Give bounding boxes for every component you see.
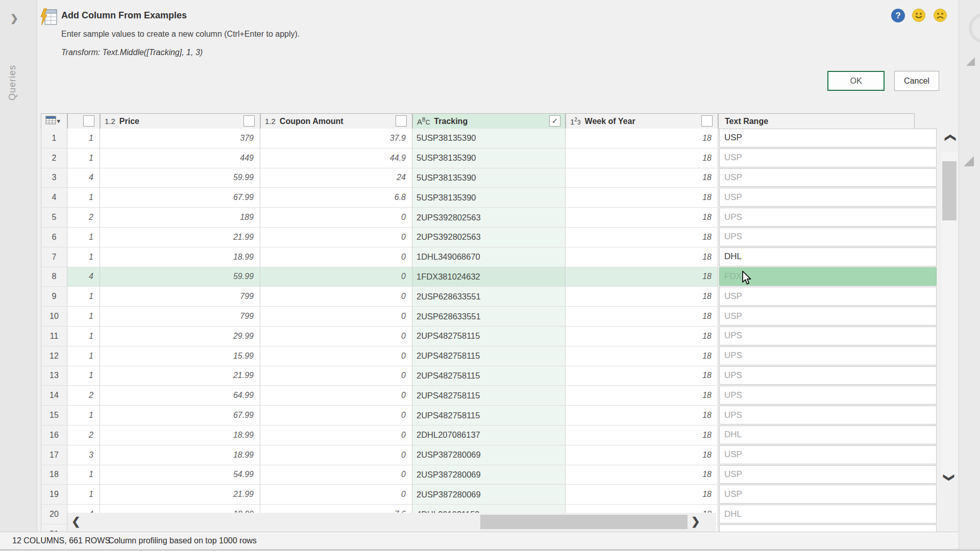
data-cell: 189: [100, 208, 260, 228]
price-column-header[interactable]: 1.2 Price: [100, 113, 260, 129]
data-cell: 1DHL349068670: [412, 247, 566, 267]
coupon-amount-column-header[interactable]: 1.2 Coupon Amount: [260, 113, 412, 129]
text-range-cell: USP: [718, 168, 938, 188]
data-cell: 18: [566, 406, 718, 425]
whole-number-type-icon: 123: [570, 117, 581, 126]
row-number-cell: 20: [41, 505, 67, 524]
data-cell: 3: [67, 445, 100, 465]
row-number-cell: 4: [41, 188, 67, 208]
data-cell: 54.99: [100, 465, 260, 485]
text-range-example-input[interactable]: USP: [719, 287, 937, 306]
text-range-example-input[interactable]: UPS: [719, 346, 937, 365]
data-cell: 2UPS482758115: [412, 346, 566, 366]
text-range-example-input[interactable]: UPS: [719, 208, 937, 227]
text-range-example-input[interactable]: FDX: [719, 267, 937, 286]
data-cell: 2UPS482758115: [412, 406, 566, 425]
row-number-cell: 9: [41, 287, 67, 307]
scroll-up-icon[interactable]: ❯: [943, 131, 955, 145]
data-cell: 0: [260, 386, 412, 406]
horizontal-scrollbar-thumb[interactable]: [480, 515, 688, 529]
text-range-example-input[interactable]: USP: [719, 307, 937, 325]
data-cell: 0: [260, 208, 412, 228]
data-cell: 1: [67, 346, 100, 366]
status-bar: 12 COLUMNS, 661 ROWS Column profiling ba…: [0, 532, 980, 549]
data-cell: 379: [100, 129, 260, 148]
transform-formula: Transform: Text.Middle([Tracking], 1, 3): [61, 48, 203, 57]
data-cell: 18.99: [100, 425, 260, 445]
data-cell: 2DHL207086137: [412, 425, 566, 445]
host-window-gutter: [959, 0, 980, 549]
queries-pane-label: Queries: [7, 65, 18, 101]
ok-button[interactable]: OK: [827, 71, 885, 91]
dialog-subtitle: Enter sample values to create a new colu…: [61, 30, 300, 39]
text-range-example-input[interactable]: UPS: [719, 327, 937, 345]
scroll-right-icon[interactable]: ❯: [691, 515, 700, 528]
text-range-example-input[interactable]: USP: [719, 129, 937, 147]
week-of-year-column-label: Week of Year: [585, 117, 635, 126]
data-cell: 67.99: [100, 188, 260, 208]
vertical-scrollbar-thumb[interactable]: [942, 161, 957, 220]
text-range-cell: DHL: [718, 425, 938, 445]
row-number-cell: 17: [41, 445, 67, 465]
data-cell: 18: [566, 247, 718, 267]
text-range-example-input[interactable]: USP: [719, 148, 937, 167]
row-number-cell: 12: [41, 346, 67, 366]
text-range-example-input[interactable]: UPS: [719, 366, 937, 385]
quantity-column-checkbox[interactable]: [83, 115, 94, 127]
text-range-example-input[interactable]: USP: [719, 168, 937, 187]
new-column-header[interactable]: Text Range: [718, 113, 915, 129]
data-cell: 0: [260, 327, 412, 346]
data-cell: 44.9: [260, 148, 412, 168]
feedback-frown-icon[interactable]: [933, 8, 947, 24]
coupon-amount-column-checkbox[interactable]: [396, 115, 407, 127]
data-cell: 1: [67, 188, 100, 208]
data-cell: 18: [566, 267, 718, 287]
text-range-cell: UPS: [718, 228, 938, 247]
data-cell: 5USP38135390: [412, 148, 566, 168]
cancel-button[interactable]: Cancel: [894, 71, 939, 91]
data-cell: 6.8: [260, 188, 412, 208]
data-cell: 2USP387280069: [412, 485, 566, 505]
text-range-example-input[interactable]: UPS: [719, 406, 937, 424]
table-menu-header-cell[interactable]: ▾: [41, 113, 67, 129]
week-of-year-column-checkbox[interactable]: [701, 115, 713, 127]
text-range-example-input[interactable]: UPS: [719, 386, 937, 405]
row-number-cell: 14: [41, 386, 67, 406]
data-cell: 0: [260, 425, 412, 445]
price-column-checkbox[interactable]: [243, 115, 255, 127]
text-range-cell: USP: [718, 307, 938, 327]
text-range-example-input[interactable]: DHL: [719, 425, 937, 444]
text-range-example-input[interactable]: USP: [719, 445, 937, 464]
data-cell: 59.99: [100, 267, 260, 287]
text-range-example-input[interactable]: DHL: [719, 505, 937, 523]
data-cell: 0: [260, 267, 412, 287]
week-of-year-column-header[interactable]: 123 Week of Year: [566, 113, 718, 129]
text-range-cell: DHL: [718, 505, 938, 524]
coupon-amount-column-label: Coupon Amount: [280, 117, 344, 126]
text-range-example-input[interactable]: UPS: [719, 228, 937, 246]
data-cell: 1: [67, 327, 100, 346]
feedback-smile-icon[interactable]: [912, 8, 926, 24]
text-range-example-input[interactable]: USP: [719, 485, 937, 504]
scroll-left-icon[interactable]: ❮: [71, 515, 81, 528]
text-type-icon: ABC: [417, 117, 430, 126]
text-range-example-input[interactable]: DHL: [719, 247, 937, 266]
data-cell: 18.99: [100, 445, 260, 465]
table-menu-dropdown-icon[interactable]: ▾: [57, 118, 60, 124]
row-number-cell: 19: [41, 485, 67, 505]
expand-queries-chevron-icon[interactable]: ❯: [10, 12, 18, 24]
scroll-down-icon[interactable]: ❯: [943, 470, 955, 485]
text-range-example-input[interactable]: USP: [719, 465, 937, 484]
help-icon[interactable]: ?: [891, 9, 905, 22]
tracking-column-checkbox[interactable]: ✓: [549, 115, 560, 127]
row-number-cell: 11: [41, 327, 67, 346]
decimal-type-icon: 1.2: [265, 117, 276, 126]
text-range-example-input[interactable]: USP: [719, 188, 937, 207]
tracking-column-header[interactable]: ABC Tracking: [412, 113, 566, 129]
text-range-cell: USP: [718, 287, 938, 307]
data-cell: 2UPS392802563: [412, 208, 566, 228]
data-cell: 0: [260, 228, 412, 247]
new-column-label: Text Range: [725, 117, 768, 126]
row-number-cell: 15: [41, 406, 67, 425]
horizontal-scrollbar[interactable]: ❮ ❯: [67, 513, 716, 532]
